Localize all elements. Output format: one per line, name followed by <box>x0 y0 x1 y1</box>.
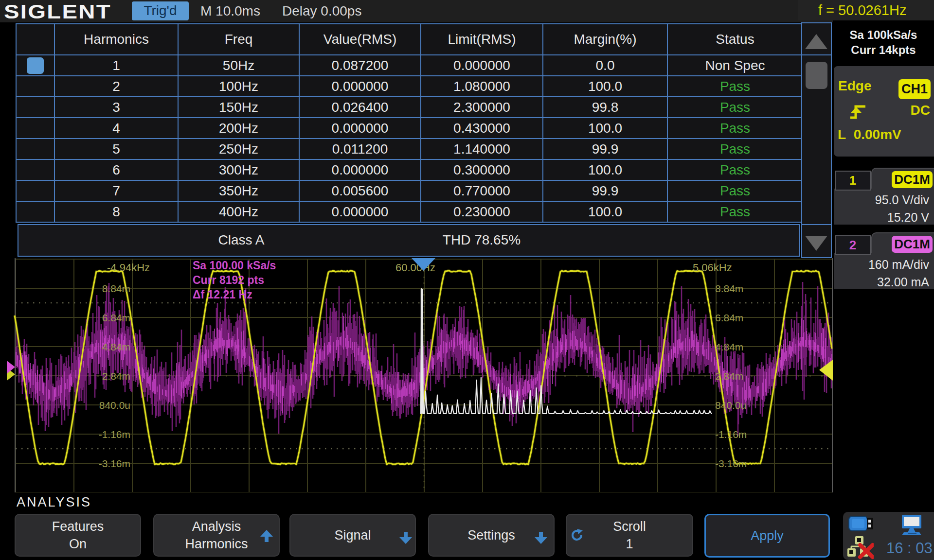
svg-text:-1.16m: -1.16m <box>99 429 130 440</box>
svg-text:-3.16m: -3.16m <box>99 458 130 469</box>
svg-text:-1.16m: -1.16m <box>715 429 747 440</box>
svg-text:Δf 12.21 Hz: Δf 12.21 Hz <box>193 288 252 301</box>
svg-text:8.84m: 8.84m <box>102 283 130 294</box>
svg-text:6.84m: 6.84m <box>715 312 743 323</box>
svg-text:6.84m: 6.84m <box>102 312 130 323</box>
svg-text:8.84m: 8.84m <box>715 283 743 294</box>
svg-text:5.06kHz: 5.06kHz <box>693 262 732 274</box>
svg-text:2.84m: 2.84m <box>102 370 130 382</box>
svg-text:-3.16m: -3.16m <box>715 458 747 469</box>
svg-text:840.0u: 840.0u <box>99 400 130 411</box>
svg-text:Sa 100.00 kSa/s: Sa 100.00 kSa/s <box>193 259 276 272</box>
svg-text:-4.94kHz: -4.94kHz <box>107 262 150 274</box>
svg-text:2.84m: 2.84m <box>715 370 743 382</box>
svg-text:4.84m: 4.84m <box>715 341 743 352</box>
svg-text:840.0u: 840.0u <box>715 400 746 411</box>
svg-text:4.84m: 4.84m <box>102 341 130 352</box>
svg-text:Curr 8192 pts: Curr 8192 pts <box>193 274 264 286</box>
